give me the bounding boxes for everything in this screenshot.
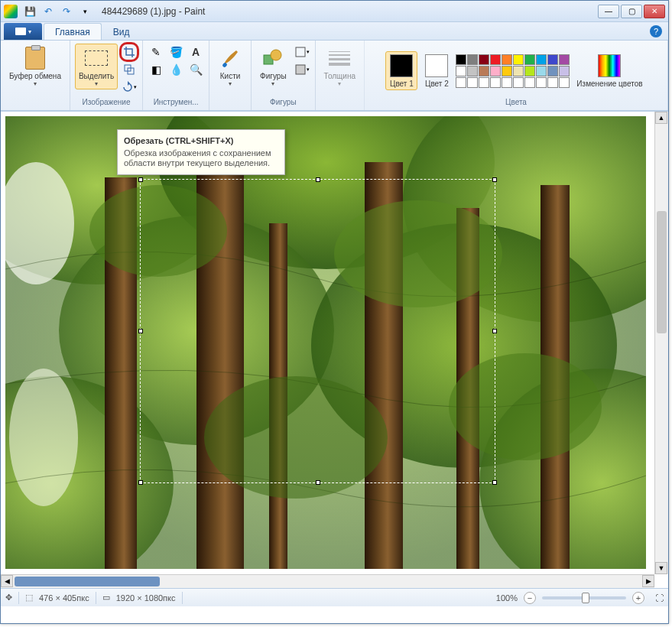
selection-size: 476 × 405пкс xyxy=(39,593,89,603)
zoom-out-button[interactable]: − xyxy=(524,592,536,604)
brush-icon xyxy=(218,46,242,70)
color-swatch[interactable] xyxy=(479,66,489,76)
zoom-slider[interactable] xyxy=(542,596,626,599)
color-swatch[interactable] xyxy=(559,66,570,76)
color1-swatch xyxy=(389,54,414,78)
color-swatch[interactable] xyxy=(490,77,501,88)
maximize-button[interactable]: ▢ xyxy=(621,5,642,18)
brushes-button[interactable]: Кисти ▾ xyxy=(214,44,246,89)
selection-handle[interactable] xyxy=(316,177,320,182)
scroll-left-icon[interactable]: ◀ xyxy=(1,575,13,587)
color1-label: Цвет 1 xyxy=(390,80,414,88)
zoom-in-button[interactable]: + xyxy=(632,592,644,604)
close-button[interactable]: ✕ xyxy=(644,5,665,18)
selection-handle[interactable] xyxy=(492,329,497,333)
tab-home[interactable]: Главная xyxy=(44,23,102,40)
quick-access-toolbar: 💾 ↶ ↷ ▾ xyxy=(22,4,93,19)
color-swatch[interactable] xyxy=(479,77,489,88)
chevron-down-icon: ▾ xyxy=(95,80,98,87)
scroll-up-icon[interactable]: ▲ xyxy=(655,112,667,124)
shape-outline-button[interactable]: ▾ xyxy=(294,44,310,60)
color-swatch[interactable] xyxy=(456,54,466,65)
eraser-tool[interactable]: ◧ xyxy=(148,61,164,78)
edit-colors-button[interactable]: Изменение цветов xyxy=(573,51,646,90)
fill-icon xyxy=(294,63,307,76)
color-swatch[interactable] xyxy=(502,77,512,88)
selection-rectangle[interactable] xyxy=(140,179,495,483)
selection-handle[interactable] xyxy=(138,177,143,182)
color-swatch[interactable] xyxy=(547,54,558,65)
color-swatch[interactable] xyxy=(502,54,512,65)
color-swatch[interactable] xyxy=(513,54,524,65)
color-swatch[interactable] xyxy=(456,66,466,76)
color-swatch[interactable] xyxy=(536,77,547,88)
fill-tool[interactable]: 🪣 xyxy=(167,44,184,60)
save-icon[interactable]: 💾 xyxy=(22,4,37,19)
clipboard-label: Буфер обмена xyxy=(9,72,61,80)
color-swatch[interactable] xyxy=(524,54,535,65)
scroll-thumb[interactable] xyxy=(657,211,667,333)
color-swatch[interactable] xyxy=(490,54,501,65)
help-icon[interactable]: ? xyxy=(650,25,662,37)
selection-handle[interactable] xyxy=(138,480,143,485)
horizontal-scrollbar[interactable]: ◀ ▶ xyxy=(1,574,654,588)
selection-handle[interactable] xyxy=(316,480,320,485)
thickness-button[interactable]: Толщина ▾ xyxy=(320,44,359,89)
color-swatch[interactable] xyxy=(524,77,535,88)
color-swatch[interactable] xyxy=(467,77,478,88)
color-swatch[interactable] xyxy=(536,54,547,65)
undo-icon[interactable]: ↶ xyxy=(41,4,56,19)
color-swatch[interactable] xyxy=(536,66,547,76)
color-swatch[interactable] xyxy=(502,66,512,76)
color-swatch[interactable] xyxy=(456,77,466,88)
color2-button[interactable]: Цвет 2 xyxy=(420,51,453,90)
fullscreen-icon[interactable]: ⛶ xyxy=(655,593,664,603)
rainbow-icon xyxy=(597,54,622,78)
vertical-scrollbar[interactable]: ▲ ▼ xyxy=(654,112,668,574)
resize-icon xyxy=(123,63,135,76)
shape-fill-button[interactable]: ▾ xyxy=(294,61,310,78)
pencil-tool[interactable]: ✎ xyxy=(148,44,164,60)
color-swatch[interactable] xyxy=(547,77,558,88)
color1-button[interactable]: Цвет 1 xyxy=(385,51,417,90)
picker-tool[interactable]: 💧 xyxy=(167,61,184,78)
select-label: Выделить xyxy=(79,72,114,80)
rotate-button[interactable]: ▾ xyxy=(121,79,138,96)
svg-point-16 xyxy=(9,369,78,506)
color-swatch[interactable] xyxy=(467,66,478,76)
status-bar: ✥ ⬚ 476 × 405пкс ▭ 1920 × 1080пкс 100% −… xyxy=(1,588,668,606)
edit-colors-label: Изменение цветов xyxy=(576,80,642,88)
shapes-label: Фигуры xyxy=(260,72,286,80)
canvas-area: ▲ ▼ ◀ ▶ xyxy=(1,111,668,588)
text-tool[interactable]: A xyxy=(187,44,204,60)
color-swatch[interactable] xyxy=(513,77,524,88)
color-swatch[interactable] xyxy=(513,66,524,76)
selection-handle[interactable] xyxy=(492,177,497,182)
file-menu-button[interactable]: ▾ xyxy=(4,23,42,40)
selection-handle[interactable] xyxy=(492,480,497,485)
crop-button[interactable] xyxy=(121,44,138,60)
selection-handle[interactable] xyxy=(138,329,143,333)
paste-button[interactable]: Буфер обмена ▾ xyxy=(5,44,65,89)
redo-icon[interactable]: ↷ xyxy=(59,4,74,19)
minimize-button[interactable]: — xyxy=(598,5,619,18)
color-swatch[interactable] xyxy=(490,66,501,76)
color-swatch[interactable] xyxy=(547,66,558,76)
tab-view[interactable]: Вид xyxy=(102,23,141,40)
select-button[interactable]: Выделить ▾ xyxy=(75,44,118,89)
color-swatch[interactable] xyxy=(559,54,570,65)
color-swatch[interactable] xyxy=(559,77,570,88)
scroll-right-icon[interactable]: ▶ xyxy=(642,575,654,587)
chevron-down-icon: ▾ xyxy=(271,80,274,87)
qat-customize-icon[interactable]: ▾ xyxy=(77,4,93,19)
canvas[interactable] xyxy=(5,116,646,569)
zoom-knob[interactable] xyxy=(582,593,589,603)
scroll-thumb[interactable] xyxy=(15,577,160,586)
color-swatch[interactable] xyxy=(479,54,489,65)
scroll-down-icon[interactable]: ▼ xyxy=(655,562,667,574)
color-swatch[interactable] xyxy=(467,54,478,65)
shapes-button[interactable]: Фигуры ▾ xyxy=(256,44,290,89)
color-swatch[interactable] xyxy=(524,66,535,76)
resize-button[interactable] xyxy=(121,61,138,78)
magnifier-tool[interactable]: 🔍 xyxy=(187,61,204,78)
